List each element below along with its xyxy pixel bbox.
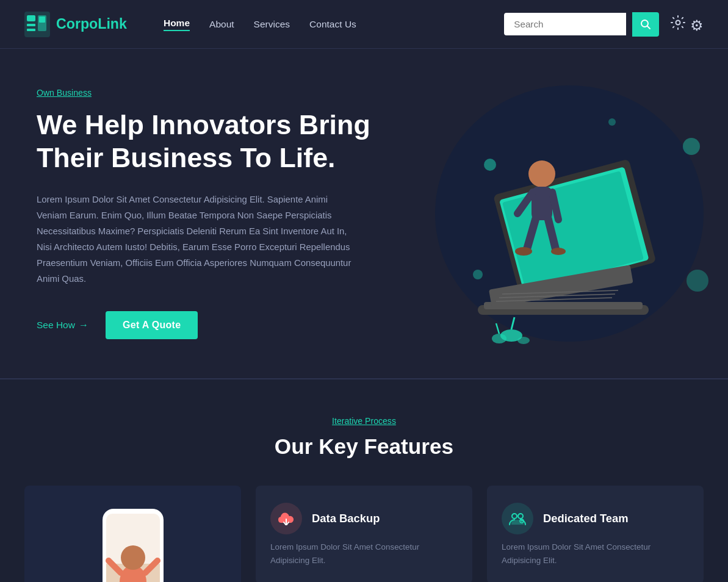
search-input[interactable] bbox=[504, 13, 626, 35]
hero-graphic bbox=[398, 67, 716, 360]
svg-point-31 bbox=[551, 248, 566, 255]
logo-icon bbox=[24, 12, 50, 37]
mobile-illustration bbox=[90, 503, 176, 582]
cloud-icon bbox=[278, 512, 295, 525]
nav-link-services[interactable]: Services bbox=[254, 19, 290, 30]
search-icon bbox=[640, 19, 651, 30]
svg-rect-5 bbox=[39, 16, 45, 23]
backup-icon-wrap bbox=[270, 503, 302, 534]
svg-point-41 bbox=[121, 545, 145, 570]
svg-rect-2 bbox=[27, 24, 35, 26]
logo[interactable]: CorpoLink bbox=[24, 12, 127, 37]
features-eyebrow: Iterative Process bbox=[24, 416, 704, 426]
hero-section: Own Business We Help Innovators Bring Th… bbox=[0, 49, 728, 378]
feature-card-backup-header: Data Backup bbox=[270, 503, 458, 534]
features-section: Iterative Process Our Key Features bbox=[0, 379, 728, 582]
feature-backup-title: Data Backup bbox=[312, 512, 380, 525]
svg-rect-3 bbox=[27, 29, 35, 31]
nav-link-contact[interactable]: Contact Us bbox=[309, 19, 356, 30]
see-how-link[interactable]: See How → bbox=[37, 320, 88, 331]
nav-link-about[interactable]: About bbox=[209, 19, 234, 30]
nav-right: ⚙ bbox=[504, 12, 704, 37]
feature-card-team-header: Dedicated Team bbox=[502, 503, 689, 534]
hero-eyebrow: Own Business bbox=[37, 88, 370, 98]
nav-links: Home About Services Contact Us bbox=[164, 18, 504, 31]
hero-title: We Help Innovators Bring Their Business … bbox=[37, 109, 370, 174]
svg-point-12 bbox=[687, 270, 708, 292]
svg-rect-1 bbox=[27, 15, 35, 21]
hero-illustration bbox=[386, 49, 728, 378]
logo-text: CorpoLink bbox=[56, 16, 127, 32]
svg-point-14 bbox=[608, 118, 616, 126]
logo-part2: Link bbox=[98, 16, 127, 32]
features-title: Our Key Features bbox=[24, 434, 704, 459]
hero-title-line1: We Help Innovators Bring bbox=[37, 109, 370, 140]
svg-point-24 bbox=[528, 160, 555, 187]
svg-line-35 bbox=[496, 323, 499, 334]
see-how-label: See How bbox=[37, 320, 75, 331]
settings-button[interactable]: ⚙ bbox=[670, 15, 704, 34]
get-quote-button[interactable]: Get A Quote bbox=[106, 311, 198, 339]
logo-part1: Corpo bbox=[56, 16, 98, 32]
gear-icon bbox=[670, 15, 686, 31]
features-grid: Data Backup Lorem Ipsum Dolor Sit Amet C… bbox=[24, 486, 704, 582]
feature-team-body: Lorem Ipsum Dolor Sit Amet Consectetur A… bbox=[502, 541, 689, 567]
navbar: CorpoLink Home About Services Contact Us… bbox=[0, 0, 728, 49]
svg-point-8 bbox=[676, 20, 680, 24]
svg-point-49 bbox=[521, 520, 522, 522]
feature-card-team: Dedicated Team Lorem Ipsum Dolor Sit Ame… bbox=[487, 486, 704, 582]
arrow-icon: → bbox=[79, 320, 88, 331]
feature-team-title: Dedicated Team bbox=[543, 512, 629, 525]
nav-link-home[interactable]: Home bbox=[164, 18, 190, 31]
hero-actions: See How → Get A Quote bbox=[37, 311, 370, 339]
svg-point-46 bbox=[512, 514, 517, 519]
hero-title-line2: Their Business To Life. bbox=[37, 142, 336, 173]
svg-point-47 bbox=[518, 514, 523, 519]
hero-body: Lorem Ipsum Dolor Sit Amet Consectetur A… bbox=[37, 192, 354, 287]
search-button[interactable] bbox=[632, 12, 659, 37]
svg-point-11 bbox=[683, 138, 700, 155]
svg-point-36 bbox=[517, 337, 530, 344]
feature-backup-body: Lorem Ipsum Dolor Sit Amet Consectetur A… bbox=[270, 541, 458, 567]
feature-card-backup: Data Backup Lorem Ipsum Dolor Sit Amet C… bbox=[256, 486, 472, 582]
svg-point-34 bbox=[492, 334, 506, 343]
team-icon bbox=[508, 511, 527, 526]
team-icon-wrap bbox=[502, 503, 533, 534]
svg-point-13 bbox=[473, 270, 483, 279]
svg-point-10 bbox=[484, 159, 496, 171]
hero-content: Own Business We Help Innovators Bring Th… bbox=[37, 88, 370, 339]
svg-line-7 bbox=[647, 26, 651, 29]
svg-point-30 bbox=[515, 247, 532, 256]
feature-card-mobile bbox=[24, 486, 241, 582]
